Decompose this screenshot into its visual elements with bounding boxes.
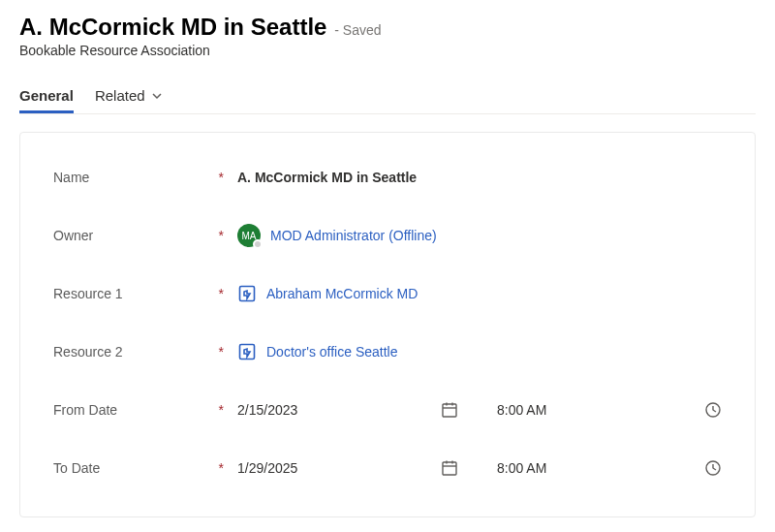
tab-general[interactable]: General <box>19 79 74 113</box>
entity-subtitle: Bookable Resource Association <box>19 43 756 58</box>
calendar-icon[interactable] <box>441 401 458 419</box>
tab-related[interactable]: Related <box>95 79 163 113</box>
required-marker: * <box>219 460 224 476</box>
to-time-input[interactable]: 8:00 AM <box>497 460 681 476</box>
label-to-date: To Date <box>53 460 100 476</box>
label-resource1: Resource 1 <box>53 286 123 301</box>
field-owner: Owner * MA MOD Administrator (Offline) <box>53 206 722 265</box>
field-name: Name * A. McCormick MD in Seattle <box>53 148 722 206</box>
calendar-icon[interactable] <box>441 459 458 477</box>
field-from-date: From Date * 2/15/2023 8:00 AM <box>53 381 722 439</box>
chevron-down-icon <box>151 90 163 102</box>
field-resource1: Resource 1 * Abraham McCormick MD <box>53 265 722 323</box>
from-date-input[interactable]: 2/15/2023 <box>237 402 431 418</box>
presence-indicator-icon <box>253 239 263 249</box>
form-card: Name * A. McCormick MD in Seattle Owner … <box>19 132 756 517</box>
label-owner: Owner <box>53 228 93 243</box>
value-owner[interactable]: MA MOD Administrator (Offline) <box>237 224 722 247</box>
resource2-link[interactable]: Doctor's office Seattle <box>266 344 397 360</box>
to-date-input[interactable]: 1/29/2025 <box>237 460 431 476</box>
required-marker: * <box>219 344 224 360</box>
resource-icon <box>237 284 257 303</box>
page-title: A. McCormick MD in Seattle <box>19 14 326 40</box>
resource1-link[interactable]: Abraham McCormick MD <box>266 286 418 301</box>
tab-related-label: Related <box>95 87 145 104</box>
label-name: Name <box>53 170 89 185</box>
saved-indicator: - Saved <box>334 22 381 38</box>
clock-icon[interactable] <box>704 401 722 419</box>
resource-icon <box>237 342 257 361</box>
label-resource2: Resource 2 <box>53 344 123 360</box>
value-name[interactable]: A. McCormick MD in Seattle <box>237 170 722 185</box>
svg-rect-7 <box>443 462 456 475</box>
tab-bar: General Related <box>19 79 756 114</box>
required-marker: * <box>219 286 224 301</box>
required-marker: * <box>219 228 224 243</box>
owner-link[interactable]: MOD Administrator (Offline) <box>270 228 437 243</box>
value-name-text: A. McCormick MD in Seattle <box>237 170 417 185</box>
svg-rect-2 <box>443 404 456 417</box>
value-resource1[interactable]: Abraham McCormick MD <box>237 284 722 303</box>
field-to-date: To Date * 1/29/2025 8:00 AM <box>53 439 722 497</box>
from-time-input[interactable]: 8:00 AM <box>497 402 681 418</box>
clock-icon[interactable] <box>704 459 722 477</box>
value-resource2[interactable]: Doctor's office Seattle <box>237 342 722 361</box>
required-marker: * <box>219 402 224 418</box>
field-resource2: Resource 2 * Doctor's office Seattle <box>53 323 722 381</box>
avatar: MA <box>237 224 261 247</box>
required-marker: * <box>219 170 224 185</box>
label-from-date: From Date <box>53 402 117 418</box>
